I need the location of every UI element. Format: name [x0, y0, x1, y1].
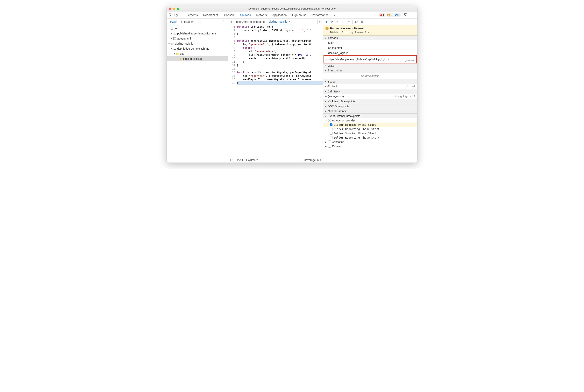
callstack-section: ▼Call Stack ➔ (anonymous) bidding_logic.… [323, 89, 417, 99]
frame-icon [170, 27, 174, 30]
paused-label: paused [405, 59, 414, 62]
titlebar: DevTools - publisher-fledge-demo.glitch.… [167, 6, 417, 12]
nav-forward-icon[interactable]: ▶ [317, 20, 322, 24]
global-listeners-header[interactable]: ▶Global Listeners [323, 109, 417, 114]
tree-top[interactable]: ▼ top [167, 26, 228, 31]
elb-bidder-bidding[interactable]: ✓ Bidder Bidding Phase Start [323, 122, 417, 127]
tab-page[interactable]: Page [168, 18, 179, 25]
breakpoints-header[interactable]: ▼Breakpoints [323, 68, 417, 73]
error-badge[interactable]: ✕1 [379, 13, 385, 17]
code-editor[interactable]: 1234567891011121314151617 function log(l… [228, 25, 323, 157]
svg-point-8 [349, 22, 350, 22]
threads-section: ▼Threads Main ad-tag.html decision_logic… [323, 36, 417, 63]
svg-rect-11 [362, 21, 362, 22]
file-tree: ▼ top ▶ ☁ publisher-fledge-demo.glitch.m… [167, 25, 228, 162]
tab-lighthouse[interactable]: Lighthouse [289, 12, 309, 18]
cursor-position: Line 17, Column 2 [236, 158, 258, 162]
threads-header[interactable]: ▼Threads [323, 36, 417, 40]
tab-network[interactable]: Network [253, 12, 270, 18]
current-frame-arrow-icon: ➔ [325, 95, 327, 98]
svg-point-7 [343, 22, 343, 23]
device-toggle-icon[interactable] [173, 12, 179, 18]
elb-ad-auction[interactable]: ▼ Ad Auction Worklet [323, 118, 417, 122]
inspect-element-icon[interactable] [167, 12, 173, 18]
format-icon[interactable]: {} [230, 158, 233, 162]
editor-tabs: ◀ index.html?fencedframe bidding_logic.j… [228, 18, 323, 25]
main-toolbar: Elements Recorder ⚗ Console Sources Netw… [167, 12, 417, 18]
checkbox-unchecked[interactable] [330, 128, 332, 130]
tree-dsp-domain[interactable]: ▼ ☁ dsp-fledge-demo.glitch.me [167, 46, 228, 51]
step-into-icon[interactable] [336, 20, 339, 24]
scope-global-row[interactable]: ▶ Global global [323, 84, 417, 89]
editor-tab-bidding[interactable]: bidding_logic.js✕ [267, 18, 293, 25]
tree-dsp-folder[interactable]: ▼ 📁 dsp [167, 51, 228, 56]
watch-section: ▶Watch [323, 63, 417, 68]
more-left-tabs-icon[interactable]: » [197, 19, 203, 25]
kebab-menu-icon[interactable]: ⋮ [410, 13, 416, 17]
cloud-icon: ☁ [173, 47, 176, 50]
tab-performance[interactable]: Performance [309, 12, 331, 18]
checkbox-unchecked[interactable] [328, 140, 331, 143]
tree-bidding-file[interactable]: ▮ bidding_logic.js [167, 56, 228, 61]
scope-header[interactable]: ▼Scope [323, 79, 417, 84]
pause-subtitle: Bidder Bidding Phase Start [330, 31, 373, 34]
deactivate-breakpoints-icon[interactable] [355, 20, 358, 24]
pause-exceptions-icon[interactable] [360, 20, 364, 24]
elb-seller-scoring[interactable]: Seller Scoring Phase Start [323, 131, 417, 136]
main-tabs: Elements Recorder ⚗ Console Sources Netw… [181, 12, 379, 18]
info-icon: i [325, 27, 329, 30]
elb-animation[interactable]: ▶ Animation [323, 140, 417, 144]
callstack-frame[interactable]: ➔ (anonymous) bidding_logic.js:17 [323, 94, 417, 99]
tree-publisher-domain[interactable]: ▶ ☁ publisher-fledge-demo.glitch.me [167, 31, 228, 36]
checkbox-unchecked[interactable] [330, 132, 332, 135]
checkbox-indeterminate[interactable] [328, 119, 331, 122]
tree-bidding-worklet[interactable]: ▼ ⚙ bidding_logic.js [167, 41, 228, 46]
watch-header[interactable]: ▶Watch [323, 63, 417, 68]
frame-icon [173, 37, 176, 40]
checkbox-checked[interactable]: ✓ [330, 124, 332, 126]
xhr-section: ▶XHR/fetch Breakpoints [323, 99, 417, 104]
thread-decision[interactable]: decision_logic.js [323, 50, 417, 56]
step-over-icon[interactable] [330, 20, 334, 24]
coverage-status: Coverage: n/a [304, 158, 321, 162]
thread-main[interactable]: Main [323, 40, 417, 45]
tab-elements[interactable]: Elements [183, 12, 201, 18]
callstack-header[interactable]: ▼Call Stack [323, 89, 417, 94]
tab-console[interactable]: Console [221, 12, 237, 18]
settings-gear-icon[interactable] [402, 12, 408, 17]
elb-seller-reporting[interactable]: Seller Reporting Phase Start [323, 136, 417, 140]
svg-rect-12 [362, 21, 363, 22]
editor-tab-index[interactable]: index.html?fencedframe [234, 19, 267, 25]
checkbox-unchecked[interactable] [328, 145, 331, 148]
more-tabs-icon[interactable]: » [331, 12, 338, 18]
thread-bidding-highlighted[interactable]: ➔ https://dsp-fledge-demo.glitch.me/dsp/… [324, 55, 417, 64]
left-kebab-icon[interactable]: ⋮ [221, 20, 226, 24]
xhr-header[interactable]: ▶XHR/fetch Breakpoints [323, 99, 417, 104]
line-gutter: 1234567891011121314151617 [228, 25, 237, 157]
thread-adtag[interactable]: ad-tag.html [323, 45, 417, 50]
close-tab-icon[interactable]: ✕ [288, 20, 291, 23]
elb-bidder-reporting[interactable]: Bidder Reporting Phase Start [323, 127, 417, 131]
checkbox-unchecked[interactable] [330, 136, 332, 139]
step-out-icon[interactable] [341, 20, 345, 24]
elb-section: ▼Event Listener Breakpoints ▼ Ad Auction… [323, 114, 417, 148]
tab-application[interactable]: Application [270, 12, 289, 18]
elb-header[interactable]: ▼Event Listener Breakpoints [323, 114, 417, 118]
tab-filesystem[interactable]: Filesystem [179, 19, 197, 25]
warning-badge[interactable]: ▲1 [387, 13, 393, 17]
tree-ad-tag[interactable]: ▶ ad-tag.html [167, 36, 228, 41]
pause-title: Paused on event listener [330, 27, 373, 30]
debugger-pane: i Paused on event listener Bidder Biddin… [323, 18, 417, 162]
current-thread-arrow-icon: ➔ [325, 58, 328, 61]
flask-icon: ⚗ [216, 13, 218, 17]
nav-back-icon[interactable]: ◀ [229, 20, 233, 24]
tab-recorder[interactable]: Recorder ⚗ [201, 12, 221, 18]
elb-canvas[interactable]: ▶ Canvas [323, 144, 417, 148]
step-icon[interactable] [346, 20, 350, 24]
tab-sources[interactable]: Sources [237, 12, 253, 18]
info-badge[interactable]: 🗨1 [394, 13, 401, 17]
dom-header[interactable]: ▶DOM Breakpoints [323, 104, 417, 108]
resume-icon[interactable] [325, 20, 328, 24]
debug-toolbar [323, 18, 417, 25]
editor-statusbar: {} Line 17, Column 2 Coverage: n/a [228, 157, 323, 162]
